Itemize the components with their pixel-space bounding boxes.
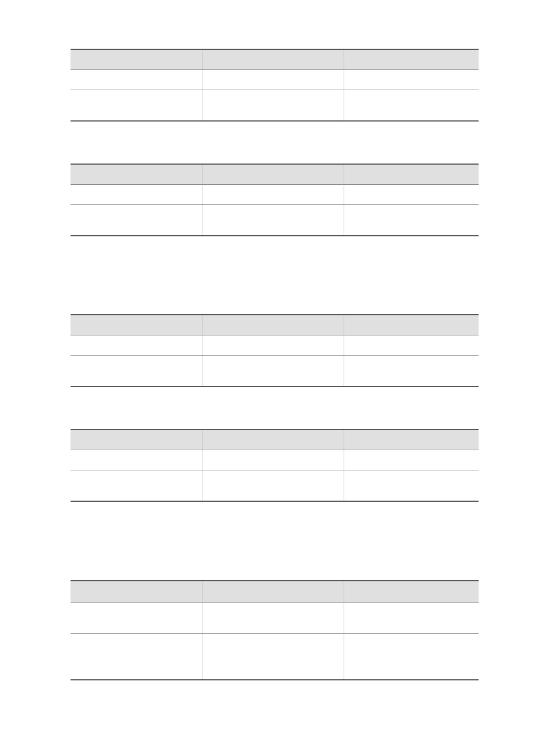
table-2 <box>71 164 479 236</box>
table-2-header-3 <box>344 164 479 184</box>
table-2-row-1-col-3 <box>344 184 479 204</box>
table-5 <box>71 580 479 680</box>
table-2-header-1 <box>71 164 203 184</box>
table-3-row-2-col-2 <box>203 355 344 386</box>
table-4 <box>71 429 479 502</box>
table-2-header-2 <box>203 164 344 184</box>
table-3-header-2 <box>203 315 344 335</box>
table-3-row-1-col-3 <box>344 335 479 355</box>
table-3-row-1-col-1 <box>71 335 203 355</box>
table-5-row-1-col-2 <box>203 602 344 633</box>
table-5-header-2 <box>203 581 344 602</box>
table-2-row-2-col-1 <box>71 204 203 236</box>
table-3-header-1 <box>71 315 203 335</box>
table-5-row-2-col-1 <box>71 633 203 680</box>
table-5-row-2-col-2 <box>203 633 344 680</box>
table-1-header-3 <box>344 49 479 69</box>
table-1 <box>71 49 479 122</box>
table-3-row-2-col-1 <box>71 355 203 386</box>
table-4-row-1-col-1 <box>71 450 203 470</box>
table-4-row-1-col-2 <box>203 450 344 470</box>
table-1-header-2 <box>203 49 344 69</box>
table-1-row-1-col-1 <box>71 69 203 90</box>
table-3-header-3 <box>344 315 479 335</box>
table-2-row-1-col-2 <box>203 184 344 204</box>
table-4-row-2-col-2 <box>203 470 344 501</box>
table-5-row-2-col-3 <box>344 633 479 680</box>
table-1-row-1-col-3 <box>344 69 479 90</box>
table-1-row-1-col-2 <box>203 69 344 90</box>
table-5-row-1-col-1 <box>71 602 203 633</box>
table-4-row-2-col-1 <box>71 470 203 501</box>
table-1-row-2-col-1 <box>71 90 203 121</box>
table-4-row-1-col-3 <box>344 450 479 470</box>
table-4-header-2 <box>203 430 344 450</box>
table-2-row-2-col-3 <box>344 204 479 236</box>
table-4-header-1 <box>71 430 203 450</box>
table-4-row-2-col-3 <box>344 470 479 501</box>
table-2-row-1-col-1 <box>71 184 203 204</box>
table-5-header-1 <box>71 581 203 602</box>
table-1-row-2-col-2 <box>203 90 344 121</box>
table-5-header-3 <box>344 581 479 602</box>
table-5-row-1-col-3 <box>344 602 479 633</box>
table-2-row-2-col-2 <box>203 204 344 236</box>
table-4-header-3 <box>344 430 479 450</box>
table-1-row-2-col-3 <box>344 90 479 121</box>
table-3-row-1-col-2 <box>203 335 344 355</box>
table-3-row-2-col-3 <box>344 355 479 386</box>
table-3 <box>71 314 479 387</box>
table-1-header-1 <box>71 49 203 69</box>
